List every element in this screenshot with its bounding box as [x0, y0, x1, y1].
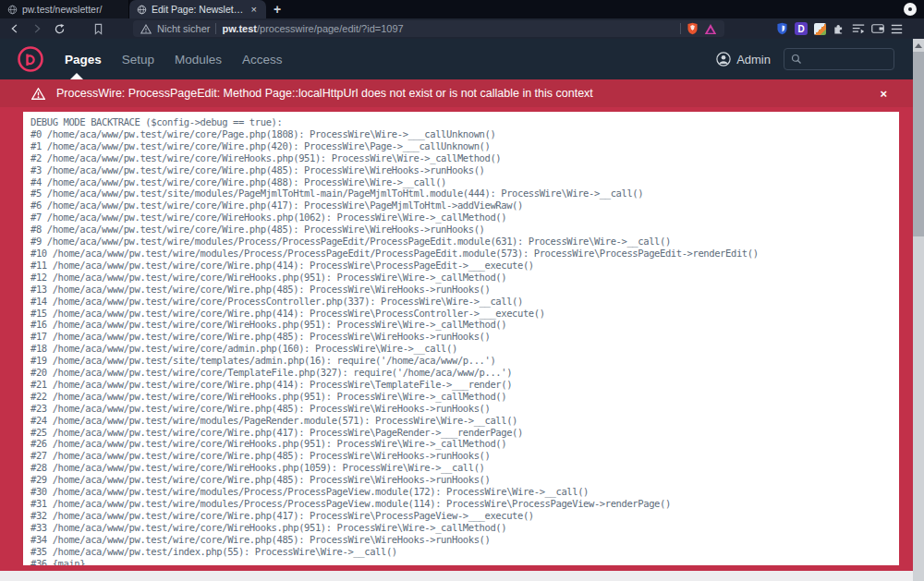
puzzle-icon[interactable] — [833, 22, 845, 35]
tab-title: pw.test/newsletter/ — [22, 4, 121, 15]
wallet-icon[interactable] — [871, 23, 884, 34]
url-host: pw.test — [222, 23, 257, 34]
extension-thumbnail-icon[interactable] — [814, 23, 826, 35]
url-path: /processwire/page/edit/?id=1097 — [257, 23, 404, 34]
playlist-icon[interactable] — [852, 23, 865, 34]
globe-icon — [137, 5, 147, 15]
browser-tab-newsletter[interactable]: pw.test/newsletter/ — [0, 0, 129, 18]
scroll-up-icon[interactable] — [915, 43, 922, 48]
brave-shields-icon[interactable] — [687, 22, 699, 35]
vertical-scrollbar[interactable] — [913, 39, 924, 581]
profile-icon[interactable] — [904, 3, 917, 16]
security-label: Nicht sicher — [157, 23, 210, 34]
forward-button[interactable] — [28, 20, 46, 37]
menu-icon[interactable] — [891, 24, 903, 34]
back-button[interactable] — [6, 20, 24, 37]
user-avatar-icon — [716, 52, 731, 67]
tab-close-icon[interactable]: × — [249, 4, 259, 15]
page-below-error — [0, 571, 924, 581]
browser-tab-edit-page[interactable]: Edit Page: Newsletter • pw.t × — [129, 0, 266, 18]
error-message: ProcessWire: ProcessPageEdit: Method Pag… — [56, 87, 869, 100]
active-nav-pointer — [70, 73, 83, 79]
error-warning-icon — [31, 88, 45, 100]
backtrace-panel: DEBUG MODE BACKTRACE ($config->debug == … — [23, 112, 899, 565]
banner-close-icon[interactable]: × — [880, 87, 887, 101]
reload-button[interactable] — [50, 20, 68, 37]
nav-item-pages[interactable]: Pages — [65, 53, 102, 67]
error-page-background: DEBUG MODE BACKTRACE ($config->debug == … — [0, 107, 913, 571]
duckduckgo-icon[interactable]: D — [795, 22, 808, 35]
main-nav: Pages Setup Modules Access — [65, 53, 283, 67]
user-menu[interactable]: Admin — [716, 52, 771, 67]
globe-icon — [7, 5, 18, 15]
address-bar[interactable]: Nicht sicher pw.test/processwire/page/ed… — [133, 20, 724, 37]
nav-item-setup[interactable]: Setup — [122, 53, 154, 67]
extensions-area: D — [776, 22, 903, 35]
backtrace-output: DEBUG MODE BACKTRACE ($config->debug == … — [30, 116, 892, 565]
browser-tab-strip: pw.test/newsletter/ Edit Page: Newslette… — [0, 0, 924, 18]
divider — [680, 23, 681, 34]
brave-rewards-icon[interactable] — [704, 23, 717, 35]
bookmark-icon[interactable] — [89, 20, 107, 37]
processwire-logo-icon[interactable] — [17, 45, 44, 73]
nav-item-modules[interactable]: Modules — [175, 53, 222, 67]
processwire-masthead: Pages Setup Modules Access Admin — [0, 39, 924, 79]
not-secure-warning-icon — [140, 24, 152, 34]
new-tab-button[interactable]: + — [266, 0, 288, 18]
search-input[interactable] — [784, 48, 894, 70]
scrollbar-thumb[interactable] — [913, 52, 924, 236]
user-label: Admin — [736, 53, 771, 67]
error-banner: ProcessWire: ProcessPageEdit: Method Pag… — [0, 79, 913, 107]
bitwarden-icon[interactable] — [776, 22, 788, 35]
nav-item-access[interactable]: Access — [242, 53, 283, 67]
search-icon — [791, 54, 802, 65]
tab-title: Edit Page: Newsletter • pw.t — [152, 4, 245, 15]
divider — [215, 23, 216, 34]
browser-toolbar: Nicht sicher pw.test/processwire/page/ed… — [0, 18, 924, 39]
url-text: pw.test/processwire/page/edit/?id=1097 — [222, 23, 403, 34]
